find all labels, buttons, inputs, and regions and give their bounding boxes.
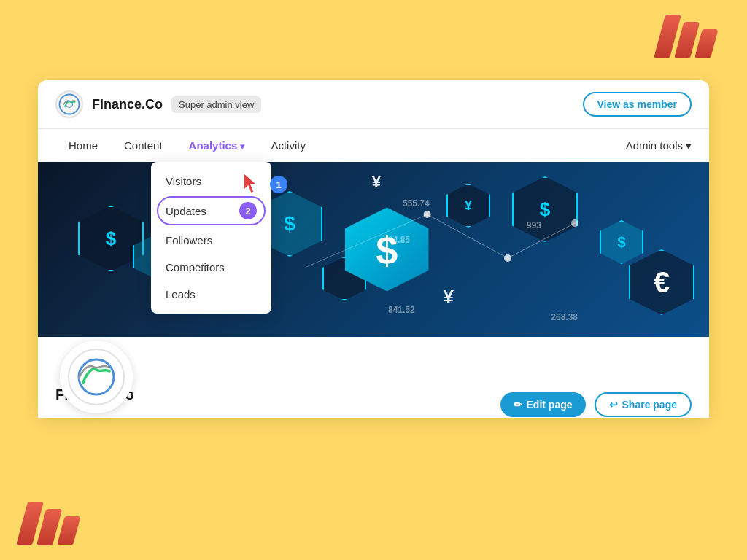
step-badge-1: 1 bbox=[270, 176, 287, 193]
edit-icon: ✏ bbox=[514, 399, 522, 411]
cursor-annotation: 1 bbox=[241, 170, 287, 196]
number-float-1: 64.85 bbox=[388, 235, 410, 245]
admin-tools-menu[interactable]: Admin tools ▾ bbox=[626, 139, 692, 152]
nav-item-content[interactable]: Content bbox=[111, 129, 176, 162]
hex-yen-right: ¥ bbox=[446, 184, 490, 228]
number-float-3: 841.52 bbox=[388, 305, 415, 315]
nav-item-activity[interactable]: Activity bbox=[258, 129, 319, 162]
chevron-down-icon: ▾ bbox=[686, 139, 692, 152]
cursor-arrow-icon bbox=[241, 170, 267, 196]
number-float-2: 555.74 bbox=[403, 198, 430, 209]
svg-point-8 bbox=[69, 349, 124, 405]
view-as-member-button[interactable]: View as member bbox=[583, 92, 692, 117]
nav-item-home[interactable]: Home bbox=[55, 129, 111, 162]
edit-page-button[interactable]: ✏ Edit page bbox=[500, 392, 586, 417]
decorative-stripes-bottom-left bbox=[22, 502, 88, 545]
company-name: Finance.Co bbox=[92, 97, 163, 112]
stripe-6 bbox=[57, 516, 81, 545]
profile-actions: ✏ Edit page ↩ Share page bbox=[500, 392, 692, 417]
hex-dollar-right2: $ bbox=[600, 220, 643, 264]
svg-point-0 bbox=[60, 95, 80, 114]
svg-point-9 bbox=[79, 359, 114, 394]
profile-section: Finance.Co ✏ Edit page ↩ Share page bbox=[38, 381, 709, 418]
svg-point-3 bbox=[504, 254, 511, 262]
step-badge-2: 2 bbox=[239, 202, 257, 219]
main-card: Finance.Co Super admin view View as memb… bbox=[38, 80, 709, 418]
dropdown-item-updates[interactable]: Updates 2 bbox=[151, 195, 271, 227]
hero-banner: $ ¥ ⊙ $ $ $ $ € ¥ ¥ ¥ 64.85 555.74 841.5… bbox=[38, 162, 709, 337]
decorative-stripes-top-right bbox=[659, 15, 725, 58]
nav-left: Home Content Analytics Activity bbox=[55, 129, 319, 162]
dropdown-item-leads[interactable]: Leads bbox=[151, 281, 271, 308]
header-bar: Finance.Co Super admin view View as memb… bbox=[38, 80, 709, 129]
header-left: Finance.Co Super admin view bbox=[55, 90, 261, 118]
hex-dollar-right1: $ bbox=[512, 176, 578, 242]
yen-float-1: ¥ bbox=[372, 173, 381, 192]
dropdown-item-followers[interactable]: Followers bbox=[151, 227, 271, 254]
stripe-3 bbox=[694, 29, 719, 58]
hex-euro-right: € bbox=[629, 249, 694, 315]
number-float-5: 268.38 bbox=[551, 312, 578, 322]
svg-point-2 bbox=[424, 211, 431, 218]
yen-float-2: ¥ bbox=[444, 286, 454, 308]
share-icon: ↩ bbox=[609, 399, 618, 411]
share-page-button[interactable]: ↩ Share page bbox=[595, 392, 692, 417]
nav-item-analytics[interactable]: Analytics bbox=[176, 129, 258, 162]
profile-avatar bbox=[60, 341, 133, 413]
nav-bar: Home Content Analytics Activity Admin to… bbox=[38, 129, 709, 162]
admin-badge: Super admin view bbox=[171, 96, 261, 113]
dropdown-item-competitors[interactable]: Competitors bbox=[151, 254, 271, 281]
number-float-4: 993 bbox=[527, 220, 541, 230]
company-logo bbox=[55, 90, 83, 118]
svg-marker-10 bbox=[244, 173, 257, 193]
